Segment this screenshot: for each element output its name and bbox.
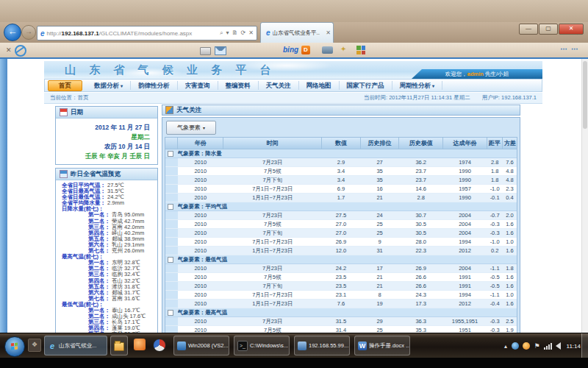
rdp-icon [298,342,306,350]
camera-icon[interactable] [322,46,333,54]
pinned-media-icon[interactable] [134,339,146,350]
checkbox[interactable] [168,151,173,157]
table-row[interactable]: 20107月23日2.92736.219742.87.6 [165,158,517,167]
nav-item-6[interactable]: 天气关注 [259,81,299,90]
forward-button[interactable]: → [21,25,36,40]
compatibility-icon[interactable]: 🗎 [232,29,238,37]
maximize-button[interactable]: ▢ [539,24,558,35]
group-checkbox-cell [165,149,178,158]
column-header: 达成年份 [443,138,487,149]
table-cell: 1994 [443,238,487,247]
table-row[interactable]: 20107月下旬23.52126.61991-0.51.6 [165,282,517,291]
nav-item-2[interactable]: 数据分析▾ [87,81,131,90]
table-row[interactable]: 20107月1日~7月23日26.9928.01994-1.01.0 [165,238,517,247]
table-row[interactable]: 20107月5候23.52126.61991-0.51.6 [165,273,517,282]
weather-report-panel: 昨日全省气温预览 全省日平均气温：27.5℃全省日最高气温：31.5℃全省日最低… [55,168,158,333]
page-scrollbar[interactable] [581,59,588,333]
nav-item-label: 网络地图 [306,82,331,89]
apps-grid-icon[interactable] [356,46,365,54]
group-header-row[interactable]: 气象要素：平均气温 [165,202,517,211]
table-cell: 2010 [178,211,223,220]
overflow-dots-icon[interactable]: ⋯ ⋯ [560,45,579,53]
nav-item-4[interactable]: 灾害查询 [178,81,218,90]
taskbar-ie-button[interactable]: e 山东省气候业... [44,336,107,355]
update-icon[interactable] [523,342,530,350]
sparkle-icon[interactable]: ✦ [340,45,346,53]
table-cell: 2.3 [503,185,517,194]
web-page: 山 东 省 气 候 业 务 平 台 欢迎您，admin 先生/小姐 首页数据分析… [0,57,588,333]
taskbar-button-word[interactable]: W操作手册.docx ... [354,336,410,355]
table-cell: 25 [360,326,399,333]
tab-close-icon[interactable]: ✕ [326,29,331,36]
tray-clock[interactable]: 11:14 [567,343,581,350]
group-header-row[interactable]: 气象要素：最高气温 [165,308,517,317]
speaker-icon[interactable] [556,342,561,350]
table-row[interactable]: 20107月5候31.42535.31951-0.31.9 [165,326,517,333]
chevron-down-icon[interactable]: ▾ [226,29,229,37]
card-icon[interactable] [200,47,211,55]
taskbar-button-win[interactable]: Win2008 (VS2... [173,336,229,355]
table-cell: 28.0 [399,238,443,247]
table-row[interactable]: 20107月下旬27.02530.52004-0.31.6 [165,229,517,238]
table-row[interactable]: 20101月1日~7月23日7.61917.32012-0.41.6 [165,300,517,308]
table-row[interactable]: 20101月1日~7月23日12.03122.320120.21.6 [165,247,517,255]
panel-icon [165,106,173,114]
table-row[interactable]: 20107月23日31.52936.31955,1951-0.32.5 [165,317,517,326]
group-header-row[interactable]: 气象要素：降水量 [165,149,517,158]
table-cell: 0.2 [487,247,503,255]
table-row[interactable]: 20107月5候27.02530.52004-0.31.6 [165,220,517,229]
scrollbar-thumb[interactable] [583,61,587,129]
checkbox[interactable] [168,204,173,210]
mail-icon[interactable] [215,46,226,55]
nav-item-9[interactable]: 周期性分析▾ [392,81,443,90]
browser-tab[interactable]: e 山东省气候业务平... ✕ [260,22,334,43]
refresh-icon[interactable]: ⟳ [241,29,246,37]
search-badge-icon[interactable]: D [301,46,310,54]
table-row[interactable]: 20107月5候3.43523.719901.84.8 [165,167,517,176]
table-cell: 2.5 [503,317,517,326]
network-bars-icon[interactable] [544,343,552,350]
row-indent-cell [165,300,178,308]
show-desktop-button[interactable] [581,333,588,358]
table-row[interactable]: 20107月23日27.52430.72004-0.72.0 [165,211,517,220]
table-row[interactable]: 20101月1日~7月23日1.7212.81990-0.10.4 [165,194,517,202]
checkbox[interactable] [168,310,173,316]
start-button[interactable] [4,336,25,357]
table-cell: 17.3 [399,300,443,308]
nav-item-label: 首页 [59,82,71,89]
table-cell: 1974 [443,158,487,167]
taskbar-button-rdp[interactable]: 192.168.55.99... [294,336,350,355]
close-button[interactable]: ✕ [559,24,584,35]
nav-item-3[interactable]: 韵律性分析 [131,81,178,90]
table-row[interactable]: 20107月1日~7月23日23.1824.31994-1.11.0 [165,291,517,300]
group-header-row[interactable]: 气象要素：最低气温 [165,255,517,264]
back-button[interactable]: ← [4,24,21,41]
nav-item-8[interactable]: 国家下行产品 [340,81,392,90]
column-header: 方差 [503,138,517,149]
pinned-app-icon[interactable]: ❖ [28,339,41,352]
taskbar-button-cmd[interactable]: >_C:\Windows\s... [234,336,290,355]
column-header: 时间 [223,138,322,149]
minimize-button[interactable]: — [519,24,538,35]
nav-item-1[interactable]: 首页 [48,80,82,91]
action-center-flag-icon[interactable]: ⚑ [534,342,539,350]
pinned-browser-icon[interactable] [153,339,166,352]
table-cell: 2010 [178,264,223,273]
network-globe-icon[interactable] [512,342,519,350]
stop-icon[interactable]: ✕ [248,29,254,37]
nav-item-7[interactable]: 网络地图 [299,81,340,90]
address-bar[interactable]: e http://192.168.137.1/GLCCLIMATE/module… [37,26,257,40]
checkbox[interactable] [168,257,173,263]
nav-item-5[interactable]: 整编资料 [218,81,259,90]
taskbar-explorer-button[interactable] [110,336,128,355]
table-cell: 31.5 [322,317,361,326]
bing-logo[interactable]: bing [283,46,298,54]
tray-expand-icon[interactable]: ▲ [503,344,509,349]
table-row[interactable]: 20107月23日24.21726.92004-1.11.8 [165,264,517,273]
search-icon[interactable]: ⌕ [220,29,223,37]
toolbar-close-icon[interactable]: ✕ [6,46,12,54]
addon-logo-icon[interactable] [15,45,26,57]
element-selector-button[interactable]: 气象要素▾ [166,121,216,135]
table-row[interactable]: 20107月下旬3.43523.719901.84.8 [165,176,517,185]
table-row[interactable]: 20107月1日~7月23日6.91614.61957-1.02.3 [165,185,517,194]
